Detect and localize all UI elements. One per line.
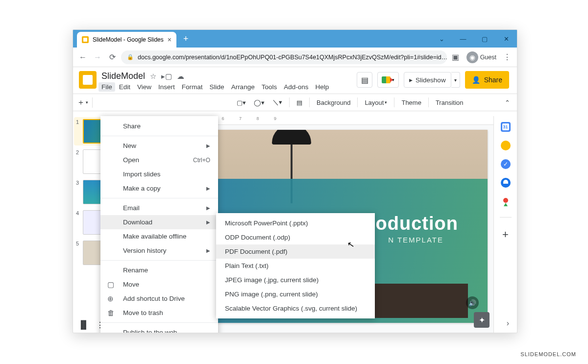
submenu-arrow-icon: ▶ xyxy=(206,248,210,253)
new-tab-button[interactable]: + xyxy=(179,32,193,46)
slides-favicon xyxy=(82,36,89,43)
star-icon[interactable]: ☆ xyxy=(150,72,156,81)
slideshow-button[interactable]: ▸ Slideshow xyxy=(404,72,451,88)
url-text: docs.google.com/presentation/d/1noEPpOhU… xyxy=(138,54,447,61)
menu-addons[interactable]: Add-ons xyxy=(284,83,308,91)
file-download[interactable]: Download▶ xyxy=(100,215,218,229)
lock-icon: 🔒 xyxy=(127,54,134,60)
menu-format[interactable]: Format xyxy=(182,83,203,91)
file-copy[interactable]: Make a copy▶ xyxy=(100,181,218,195)
calendar-icon[interactable] xyxy=(501,122,511,132)
forward-icon[interactable]: → xyxy=(92,53,103,62)
app-header: SlideModel ☆ ▸▢ ☁ File Edit View Insert … xyxy=(73,67,517,94)
menu-tools[interactable]: Tools xyxy=(262,83,277,91)
play-icon: ▸ xyxy=(409,76,413,84)
file-new[interactable]: New▶ xyxy=(100,139,218,153)
reader-icon[interactable]: ▣ xyxy=(450,52,462,62)
line-tool-icon[interactable]: ＼▾ xyxy=(270,96,285,109)
comments-icon[interactable]: ▤ xyxy=(357,72,372,88)
tab-title: SlideModel - Google Slides xyxy=(93,36,164,43)
share-label: Share xyxy=(484,76,502,84)
close-tab-icon[interactable]: × xyxy=(168,36,172,44)
submenu-arrow-icon: ▶ xyxy=(206,205,210,211)
comment-tool-icon[interactable]: ▤ xyxy=(294,97,305,108)
cloud-status-icon[interactable]: ☁ xyxy=(177,72,184,81)
download-jpg[interactable]: JPEG image (.jpg, current slide) xyxy=(216,273,375,287)
browser-tab[interactable]: SlideModel - Google Slides × xyxy=(77,32,176,48)
menu-slide[interactable]: Slide xyxy=(210,83,224,91)
collapse-toolbar-icon[interactable]: ⌃ xyxy=(502,97,513,108)
meet-icon xyxy=(382,76,391,83)
address-bar[interactable]: 🔒 docs.google.com/presentation/d/1noEPpO… xyxy=(121,50,447,64)
file-rename[interactable]: Rename xyxy=(100,263,218,277)
submenu-arrow-icon: ▶ xyxy=(206,219,210,225)
back-icon[interactable]: ← xyxy=(77,53,89,62)
slideshow-options-button[interactable]: ▾ xyxy=(451,72,460,88)
slideshow-label: Slideshow xyxy=(416,76,446,84)
explore-button[interactable]: ✦ xyxy=(474,312,490,328)
file-shortcut[interactable]: ⊕Add shortcut to Drive xyxy=(100,291,218,306)
file-share[interactable]: Share xyxy=(100,119,218,133)
menu-arrange[interactable]: Arrange xyxy=(231,83,255,91)
image-tool-icon[interactable]: ▢▾ xyxy=(234,97,249,108)
person-icon: 👤 xyxy=(472,76,480,84)
submenu-arrow-icon: ▶ xyxy=(206,143,210,148)
window-minimize-icon[interactable]: — xyxy=(452,35,474,43)
tasks-icon[interactable] xyxy=(501,159,511,169)
browser-toolbar: ← → ⟳ 🔒 docs.google.com/presentation/d/1… xyxy=(73,48,517,67)
background-button[interactable]: Background xyxy=(314,97,353,108)
file-email[interactable]: Email▶ xyxy=(100,201,218,215)
download-pptx[interactable]: Microsoft PowerPoint (.pptx) xyxy=(216,216,375,230)
move-folder-icon[interactable]: ▸▢ xyxy=(161,72,172,81)
transition-button[interactable]: Transition xyxy=(433,97,466,108)
slides-logo-icon[interactable] xyxy=(79,71,97,89)
keep-icon[interactable] xyxy=(501,141,511,150)
file-publish[interactable]: Publish to the web xyxy=(100,325,218,333)
menu-insert[interactable]: Insert xyxy=(158,83,175,91)
filmstrip-view-icon[interactable]: ▐▌ xyxy=(78,320,89,330)
menu-view[interactable]: View xyxy=(137,83,151,91)
add-addon-icon[interactable]: + xyxy=(502,228,509,241)
side-panel: + xyxy=(493,116,517,333)
speaker-icon[interactable]: 🔊 xyxy=(466,296,479,309)
meet-button[interactable]: ▾ xyxy=(377,72,399,88)
document-title[interactable]: SlideModel xyxy=(101,71,145,81)
menu-file[interactable]: File xyxy=(98,82,115,92)
download-png[interactable]: PNG image (.png, current slide) xyxy=(216,287,375,301)
watermark: SLIDEMODEL.COM xyxy=(520,351,576,357)
download-svg[interactable]: Scalable Vector Graphics (.svg, current … xyxy=(216,301,375,315)
share-button[interactable]: 👤 Share xyxy=(465,71,509,89)
hide-sidepanel-icon[interactable]: › xyxy=(507,319,509,328)
svg-point-0 xyxy=(503,198,508,203)
slide-title: troduction xyxy=(361,213,458,234)
profile-button[interactable]: ◉ Guest xyxy=(465,50,498,64)
reload-icon[interactable]: ⟳ xyxy=(106,52,118,62)
drive-shortcut-icon: ⊕ xyxy=(107,294,114,303)
submenu-arrow-icon: ▶ xyxy=(206,186,210,191)
file-move[interactable]: ▢Move xyxy=(100,277,218,291)
layout-button[interactable]: Layout▾ xyxy=(362,97,390,108)
file-trash[interactable]: 🗑Move to trash xyxy=(100,306,218,320)
file-offline[interactable]: Make available offline xyxy=(100,229,218,243)
browser-titlebar: SlideModel - Google Slides × + ⌄ — ▢ ✕ xyxy=(73,30,517,48)
toolbar: ＋ ▾ ▢▾ ◯▾ ＼▾ ▤ Background Layout▾ Theme … xyxy=(73,94,517,111)
file-import[interactable]: Import slides xyxy=(100,167,218,181)
slide-subtitle: N TEMPLATE xyxy=(388,236,443,244)
file-history[interactable]: Version history▶ xyxy=(100,243,218,258)
shape-tool-icon[interactable]: ◯▾ xyxy=(251,97,268,108)
menu-help[interactable]: Help xyxy=(315,83,329,91)
maps-icon[interactable] xyxy=(501,196,511,206)
window-caret-icon[interactable]: ⌄ xyxy=(431,35,452,43)
kebab-menu-icon[interactable]: ⋮ xyxy=(501,52,513,62)
theme-button[interactable]: Theme xyxy=(398,97,424,108)
folder-move-icon: ▢ xyxy=(107,280,114,289)
download-submenu: Microsoft PowerPoint (.pptx) ODP Documen… xyxy=(216,213,375,318)
trash-icon: 🗑 xyxy=(107,309,115,317)
contacts-icon[interactable] xyxy=(501,178,511,188)
new-slide-button[interactable]: ＋ ▾ xyxy=(77,97,93,108)
menu-edit[interactable]: Edit xyxy=(119,83,130,91)
window-maximize-icon[interactable]: ▢ xyxy=(474,35,495,43)
window-close-icon[interactable]: ✕ xyxy=(495,35,517,43)
file-open[interactable]: OpenCtrl+O xyxy=(100,153,218,167)
download-txt[interactable]: Plain Text (.txt) xyxy=(216,259,375,273)
